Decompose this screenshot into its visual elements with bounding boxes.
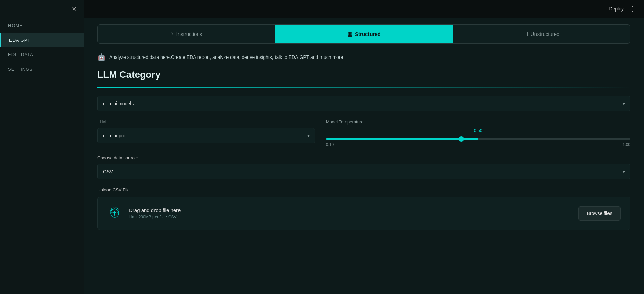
cloud-upload-icon — [107, 204, 122, 222]
temperature-column: Model Temperature 0.50 0.10 1.00 — [326, 119, 630, 147]
section-divider — [97, 87, 630, 88]
folder-icon: ☐ — [523, 31, 528, 37]
tab-unstructured[interactable]: ☐ Unstructured — [453, 25, 630, 43]
content-area: ? Instructions ▦ Structured ☐ Unstructur… — [84, 18, 644, 294]
tab-structured[interactable]: ▦ Structured — [275, 25, 453, 43]
upload-section: Upload CSV File Drag and drop file here … — [97, 187, 630, 230]
slider-labels: 0.10 1.00 — [326, 142, 630, 147]
tab-bar: ? Instructions ▦ Structured ☐ Unstructur… — [97, 24, 630, 44]
temperature-slider-container — [326, 135, 630, 141]
upload-zone[interactable]: Drag and drop file here Limit 200MB per … — [97, 197, 630, 230]
temperature-slider[interactable] — [326, 138, 630, 140]
sidebar: ✕ HOMEEDA GPTEDIT DATASETTINGS — [0, 0, 84, 294]
close-icon[interactable]: ✕ — [72, 5, 77, 13]
question-icon: ? — [171, 31, 174, 37]
llm-temp-row: LLM gemini-pro gemini-flash gemini-ultra… — [97, 119, 630, 147]
tab-structured-label: Structured — [355, 31, 381, 37]
topbar: Deploy ⋮ — [84, 0, 644, 18]
upload-left: Drag and drop file here Limit 200MB per … — [107, 204, 181, 222]
llm-label: LLM — [97, 119, 315, 125]
llm-dropdown-wrapper: gemini-pro gemini-flash gemini-ultra ▾ — [97, 128, 315, 143]
data-source-wrapper: CSV JSON Excel Database ▾ — [97, 164, 630, 179]
llm-category-dropdown[interactable]: gemini models openai models anthropic mo… — [97, 96, 630, 111]
sidebar-item-home[interactable]: HOME — [0, 18, 84, 33]
tab-instructions[interactable]: ? Instructions — [98, 25, 275, 43]
sidebar-item-eda-gpt[interactable]: EDA GPT — [0, 33, 84, 47]
data-source-dropdown[interactable]: CSV JSON Excel Database — [97, 164, 630, 179]
upload-limit-text: Limit 200MB per file • CSV — [129, 214, 181, 219]
llm-column: LLM gemini-pro gemini-flash gemini-ultra… — [97, 119, 315, 143]
sidebar-close-button[interactable]: ✕ — [0, 0, 84, 18]
description-bar: 🤖 Analyze structured data here.Create ED… — [97, 53, 630, 61]
drag-drop-text: Drag and drop file here — [129, 207, 181, 213]
tab-instructions-label: Instructions — [176, 31, 202, 37]
upload-label: Upload CSV File — [97, 187, 630, 193]
browse-files-button[interactable]: Browse files — [578, 206, 621, 221]
more-options-icon[interactable]: ⋮ — [629, 5, 636, 13]
main-content: Deploy ⋮ ? Instructions ▦ Structured ☐ U… — [84, 0, 644, 294]
sidebar-item-edit-data[interactable]: EDIT DATA — [0, 47, 84, 62]
grid-icon: ▦ — [347, 31, 352, 37]
temperature-value: 0.50 — [326, 128, 630, 133]
slider-min-label: 0.10 — [326, 142, 334, 147]
description-text: Analyze structured data here.Create EDA … — [109, 54, 343, 60]
page-title: LLM Category — [97, 69, 630, 80]
data-source-label: Choose data source: — [97, 155, 630, 160]
deploy-button[interactable]: Deploy — [609, 6, 624, 12]
temperature-label: Model Temperature — [326, 119, 630, 125]
sidebar-item-settings[interactable]: SETTINGS — [0, 62, 84, 76]
llm-category-wrapper: gemini models openai models anthropic mo… — [97, 96, 630, 111]
tab-unstructured-label: Unstructured — [531, 31, 560, 37]
llm-dropdown[interactable]: gemini-pro gemini-flash gemini-ultra — [97, 128, 315, 143]
data-source-section: Choose data source: CSV JSON Excel Datab… — [97, 155, 630, 179]
robot-icon: 🤖 — [97, 53, 106, 61]
upload-text-block: Drag and drop file here Limit 200MB per … — [129, 207, 181, 219]
slider-max-label: 1.00 — [623, 142, 630, 147]
